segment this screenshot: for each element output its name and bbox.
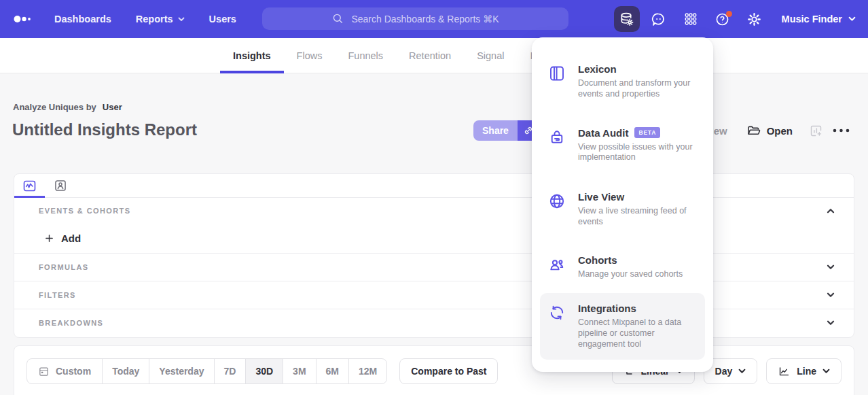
report-title[interactable]: Untitled Insights Report (12, 120, 197, 139)
menu-item-data-audit[interactable]: Data Audit BETA View possible issues wit… (540, 120, 705, 171)
chevron-down-icon (738, 368, 746, 374)
range-30d[interactable]: 30D (245, 359, 283, 383)
database-gear-icon (619, 12, 634, 27)
menu-item-title: Live View (578, 191, 702, 203)
range-3m[interactable]: 3M (283, 359, 315, 383)
feedback-button[interactable] (646, 6, 672, 32)
menu-item-description: Connect Mixpanel to a data pipeline or c… (578, 317, 702, 349)
analysis-entity-selector[interactable]: User (103, 102, 122, 112)
globe-icon (548, 191, 566, 228)
range-12m[interactable]: 12M (348, 359, 386, 383)
menu-item-cohorts[interactable]: Cohorts Manage your saved cohorts (540, 247, 705, 287)
add-to-dashboard-button[interactable] (809, 124, 823, 138)
tab-label: Insights (233, 50, 271, 61)
section-breakdowns[interactable]: BREAKDOWNS (14, 309, 854, 337)
menu-item-live-view[interactable]: Live View View a live streaming feed of … (540, 184, 705, 235)
range-label: 30D (255, 366, 273, 377)
tab-funnels[interactable]: Funnels (335, 38, 396, 73)
project-name: Music Finder (782, 14, 842, 24)
data-management-button[interactable] (614, 6, 640, 32)
range-custom[interactable]: Custom (27, 359, 102, 383)
tab-events-view[interactable] (14, 174, 45, 197)
section-formulas[interactable]: FORMULAS (14, 253, 854, 281)
interval-label: Day (715, 366, 733, 377)
notification-dot (726, 11, 732, 17)
nav-item-dashboards[interactable]: Dashboards (54, 14, 111, 24)
nav-item-label: Reports (136, 14, 173, 24)
section-label: FORMULAS (39, 263, 89, 271)
section-events-cohorts[interactable]: EVENTS & COHORTS (14, 198, 854, 223)
tab-retention[interactable]: Retention (396, 38, 464, 73)
section-label: BREAKDOWNS (39, 319, 103, 327)
menu-item-body: Cohorts Manage your saved cohorts (578, 254, 702, 280)
project-switcher[interactable]: Music Finder (782, 14, 856, 24)
range-yesterday[interactable]: Yesterday (149, 359, 213, 383)
chevron-down-icon (822, 368, 830, 374)
range-6m[interactable]: 6M (316, 359, 348, 383)
query-builder-panel: EVENTS & COHORTS Add FORMULAS FILTERS BR… (14, 173, 854, 338)
menu-item-integrations[interactable]: Integrations Connect Mixpanel to a data … (540, 293, 705, 359)
header-actions: New Open (706, 120, 850, 141)
open-report-button[interactable]: Open (746, 124, 793, 138)
menu-item-body: Data Audit BETA View possible issues wit… (578, 127, 702, 164)
chevron-down-icon (178, 17, 185, 22)
section-label: FILTERS (39, 291, 76, 299)
range-7d[interactable]: 7D (214, 359, 246, 383)
report-subtitle: Analyze Uniques byUser (13, 102, 122, 112)
person-icon (54, 179, 67, 192)
compare-to-past-button[interactable]: Compare to Past (399, 358, 498, 384)
line-chart-icon (778, 365, 791, 378)
insights-chart-icon (22, 179, 37, 193)
share-button[interactable]: Share (473, 120, 518, 141)
settings-button[interactable] (742, 6, 767, 32)
range-today[interactable]: Today (102, 359, 149, 383)
add-event-button[interactable]: Add (44, 233, 81, 244)
compare-label: Compare to Past (411, 366, 486, 377)
menu-item-description: View a live streaming feed of events (578, 206, 702, 228)
grid-icon (683, 12, 698, 27)
apps-grid-button[interactable] (678, 6, 704, 32)
range-label: 3M (293, 366, 306, 377)
add-label: Add (61, 233, 81, 244)
global-search-input[interactable]: Search Dashboards & Reports ⌘K (262, 7, 568, 30)
menu-item-title: Integrations (578, 303, 702, 314)
range-label: Today (112, 366, 139, 377)
more-options-button[interactable] (832, 127, 850, 134)
query-builder-tabs (14, 174, 854, 198)
nav-item-label: Dashboards (54, 14, 111, 24)
tab-label: Retention (409, 50, 451, 61)
data-audit-lock-icon (548, 127, 566, 164)
subtitle-prefix: Analyze Uniques by (13, 102, 96, 112)
lexicon-book-icon (548, 63, 566, 100)
section-filters[interactable]: FILTERS (14, 281, 854, 309)
nav-item-reports[interactable]: Reports (136, 14, 185, 24)
chevron-up-icon (827, 208, 835, 213)
menu-item-body: Live View View a live streaming feed of … (578, 191, 702, 228)
menu-item-title: Cohorts (578, 254, 702, 266)
section-label: EVENTS & COHORTS (39, 207, 130, 215)
menu-item-title-text: Data Audit (578, 127, 628, 139)
nav-item-users[interactable]: Users (209, 14, 236, 24)
navbar-right-cluster: Music Finder (614, 0, 856, 38)
menu-item-title: Data Audit BETA (578, 127, 702, 139)
report-header: Analyze Uniques byUser Untitled Insights… (0, 73, 868, 162)
range-label: 12M (359, 366, 377, 377)
menu-item-lexicon[interactable]: Lexicon Document and transform your even… (540, 56, 705, 107)
mixpanel-logo-icon[interactable] (14, 11, 35, 27)
date-range-control: Custom Today Yesterday 7D 30D 3M 6M 12M (26, 358, 387, 384)
menu-item-title: Lexicon (578, 63, 702, 75)
tab-flows[interactable]: Flows (284, 38, 336, 73)
search-placeholder: Search Dashboards & Reports ⌘K (351, 14, 499, 24)
menu-item-description: Document and transform your events and p… (578, 78, 702, 100)
open-label: Open (767, 125, 793, 137)
range-label: 6M (326, 366, 339, 377)
menu-item-description: Manage your saved cohorts (578, 269, 702, 280)
tab-insights[interactable]: Insights (220, 38, 284, 73)
tab-signal[interactable]: Signal (464, 38, 517, 73)
help-button[interactable] (710, 6, 736, 32)
nav-item-label: Users (209, 14, 236, 24)
calendar-icon (38, 366, 50, 377)
report-tabs-bar: Insights Flows Funnels Retention Signal … (0, 38, 868, 73)
chart-type-dropdown[interactable]: Line (766, 358, 842, 384)
tab-users-view[interactable] (45, 174, 75, 197)
